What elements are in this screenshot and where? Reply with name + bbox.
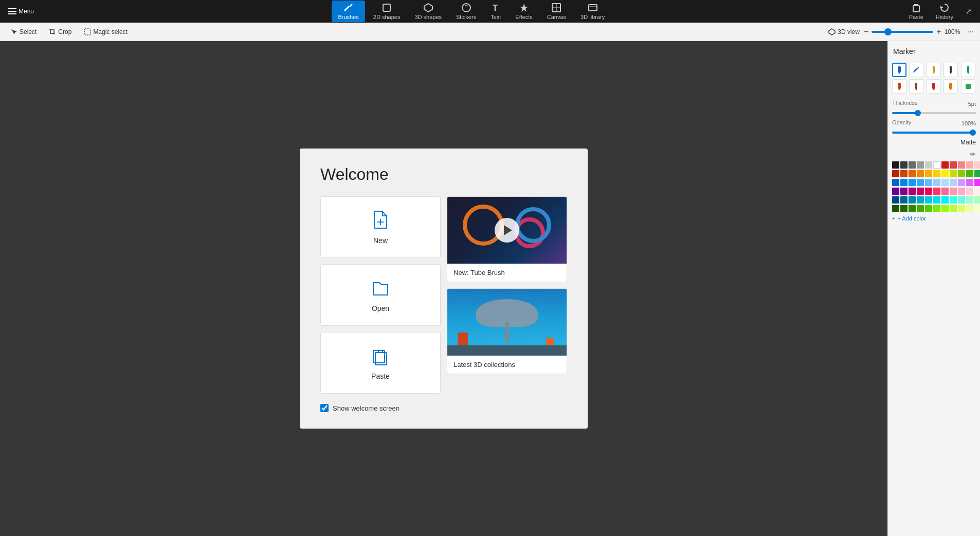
brush-pencil-yellow[interactable]	[927, 63, 941, 77]
color-swatch[interactable]	[909, 196, 916, 204]
color-swatch[interactable]	[966, 205, 973, 212]
color-swatch[interactable]	[974, 179, 980, 186]
new-button[interactable]: New	[320, 196, 441, 258]
color-swatch[interactable]	[958, 188, 965, 195]
menu-button[interactable]: Menu	[4, 5, 38, 17]
color-swatch[interactable]	[950, 161, 957, 169]
color-swatch[interactable]	[974, 196, 980, 204]
color-swatch[interactable]	[950, 205, 957, 212]
brush-brown[interactable]	[909, 79, 923, 94]
color-swatch[interactable]	[892, 196, 899, 204]
play-button[interactable]	[495, 218, 519, 243]
3d-collections-feature[interactable]: Latest 3D collections	[447, 288, 567, 374]
open-button[interactable]: Open	[320, 264, 441, 326]
zoom-slider[interactable]	[872, 31, 933, 33]
color-swatch[interactable]	[966, 179, 973, 186]
zoom-out-button[interactable]: −	[864, 28, 868, 36]
color-swatch[interactable]	[900, 170, 908, 177]
color-swatch[interactable]	[909, 179, 916, 186]
brush-teal[interactable]	[961, 63, 975, 77]
color-swatch[interactable]	[917, 170, 924, 177]
color-swatch[interactable]	[933, 205, 940, 212]
color-swatch[interactable]	[892, 205, 899, 212]
tool-3d-library[interactable]: 3D library	[574, 1, 611, 22]
color-swatch[interactable]	[892, 170, 899, 177]
magic-select-tool[interactable]: Magic select	[80, 26, 132, 38]
color-swatch[interactable]	[966, 196, 973, 204]
tool-3d-shapes[interactable]: 3D shapes	[408, 1, 448, 22]
select-tool[interactable]: Select	[6, 26, 41, 38]
window-controls[interactable]: ⤢	[961, 5, 976, 17]
brush-red-marker[interactable]	[927, 79, 941, 94]
color-swatch[interactable]	[900, 161, 908, 169]
color-swatch[interactable]	[933, 188, 940, 195]
color-swatch[interactable]	[900, 188, 908, 195]
color-swatch[interactable]	[925, 205, 932, 212]
brush-orange2[interactable]	[943, 79, 958, 94]
color-swatch[interactable]	[950, 170, 957, 177]
color-swatch[interactable]	[909, 170, 916, 177]
color-swatch[interactable]	[892, 188, 899, 195]
color-swatch[interactable]	[900, 205, 908, 212]
brush-calligraphy[interactable]	[909, 63, 923, 77]
3d-view-toggle[interactable]: 3D view	[828, 28, 860, 35]
color-swatch[interactable]	[933, 179, 940, 186]
color-swatch[interactable]	[941, 205, 949, 212]
color-swatch[interactable]	[958, 179, 965, 186]
opacity-slider[interactable]	[892, 132, 976, 134]
color-swatch[interactable]	[925, 161, 932, 169]
color-swatch[interactable]	[909, 161, 916, 169]
color-swatch[interactable]	[950, 179, 957, 186]
color-swatch[interactable]	[917, 161, 924, 169]
color-swatch[interactable]	[966, 170, 973, 177]
color-swatch[interactable]	[941, 170, 949, 177]
tool-2d-shapes[interactable]: 2D shapes	[367, 1, 407, 22]
edit-brush-button[interactable]: ✏	[970, 150, 976, 158]
color-swatch[interactable]	[933, 170, 940, 177]
color-swatch[interactable]	[974, 170, 980, 177]
color-swatch[interactable]	[966, 161, 973, 169]
color-swatch[interactable]	[974, 161, 980, 169]
color-swatch[interactable]	[892, 179, 899, 186]
color-swatch[interactable]	[974, 188, 980, 195]
brush-green-square[interactable]	[961, 79, 975, 94]
brush-pen-dark[interactable]	[943, 63, 958, 77]
more-options-button[interactable]: ···	[967, 27, 974, 36]
show-welcome-checkbox[interactable]	[320, 404, 329, 412]
brush-orange-marker[interactable]	[892, 79, 906, 94]
color-swatch[interactable]	[925, 196, 932, 204]
color-swatch[interactable]	[900, 179, 908, 186]
color-swatch[interactable]	[900, 196, 908, 204]
color-swatch[interactable]	[917, 205, 924, 212]
color-swatch[interactable]	[925, 188, 932, 195]
color-swatch[interactable]	[950, 188, 957, 195]
history-button[interactable]: History	[932, 1, 957, 22]
paste-dialog-button[interactable]: Paste	[320, 332, 441, 394]
add-color-button[interactable]: + + Add color	[892, 215, 976, 221]
crop-tool[interactable]: Crop	[45, 26, 76, 38]
color-swatch[interactable]	[974, 205, 980, 212]
color-swatch[interactable]	[958, 170, 965, 177]
zoom-in-button[interactable]: +	[936, 28, 941, 36]
color-swatch[interactable]	[933, 196, 940, 204]
color-swatch[interactable]	[909, 188, 916, 195]
paste-button[interactable]: Paste	[905, 1, 928, 22]
color-swatch[interactable]	[917, 188, 924, 195]
brush-marker[interactable]	[892, 63, 906, 77]
thickness-slider[interactable]	[892, 112, 976, 114]
tool-text[interactable]: T Text	[484, 1, 507, 22]
tool-effects[interactable]: Effects	[509, 1, 538, 22]
color-swatch[interactable]	[950, 196, 957, 204]
color-swatch[interactable]	[958, 205, 965, 212]
color-swatch[interactable]	[941, 196, 949, 204]
color-swatch[interactable]	[958, 161, 965, 169]
color-swatch[interactable]	[941, 188, 949, 195]
tool-brushes[interactable]: Brushes	[332, 1, 365, 22]
color-swatch[interactable]	[925, 179, 932, 186]
color-swatch[interactable]	[958, 196, 965, 204]
color-swatch[interactable]	[925, 170, 932, 177]
color-swatch[interactable]	[909, 205, 916, 212]
tube-brush-feature[interactable]: New: Tube Brush	[447, 196, 567, 282]
color-swatch[interactable]	[933, 161, 940, 169]
color-swatch[interactable]	[917, 196, 924, 204]
